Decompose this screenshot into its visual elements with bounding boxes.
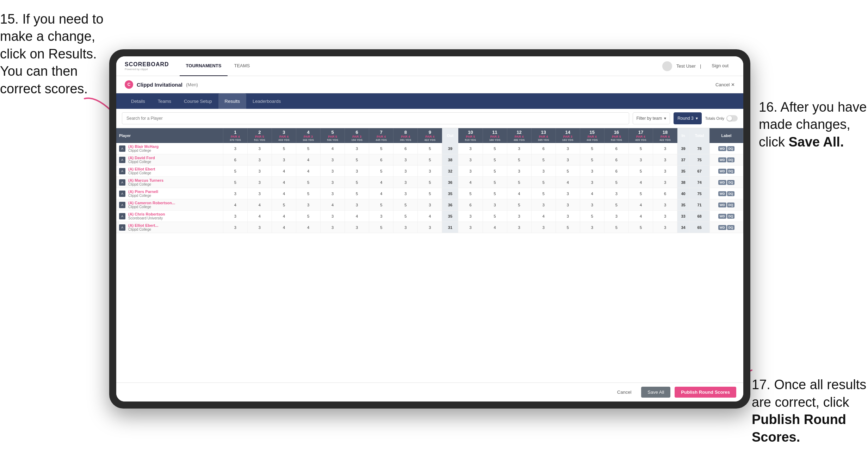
hole-12-score[interactable]: 5 [507, 177, 531, 188]
hole-11-score[interactable]: 5 [483, 143, 507, 154]
hole-17-score[interactable]: 5 [628, 188, 653, 199]
hole-12-score[interactable]: 4 [507, 188, 531, 199]
hole-17-score[interactable]: 5 [628, 166, 653, 177]
hole-18-score[interactable]: 3 [653, 211, 677, 222]
wd-button[interactable]: WD [718, 214, 726, 219]
wd-button[interactable]: WD [718, 203, 726, 207]
hole-17-score[interactable]: 5 [628, 143, 653, 154]
player-name[interactable]: (A) Marcus Turners [128, 178, 163, 182]
totals-only-toggle[interactable]: Totals Only [705, 115, 738, 122]
hole-4-score[interactable]: 3 [296, 199, 321, 211]
hole-16-score[interactable]: 5 [604, 177, 628, 188]
hole-3-score[interactable]: 5 [272, 199, 296, 211]
nav-link-tournaments[interactable]: TOURNAMENTS [180, 56, 228, 76]
player-name[interactable]: (A) David Ford [128, 156, 155, 160]
hole-8-score[interactable]: 5 [393, 211, 418, 222]
nav-link-teams[interactable]: TEAMS [228, 56, 256, 76]
hole-8-score[interactable]: 3 [393, 188, 418, 199]
wd-button[interactable]: WD [718, 225, 726, 230]
hole-1-score[interactable]: 3 [223, 143, 247, 154]
hole-11-score[interactable]: 5 [483, 188, 507, 199]
dq-button[interactable]: DQ [727, 214, 735, 219]
hole-15-score[interactable]: 5 [580, 143, 604, 154]
hole-12-score[interactable]: 3 [507, 222, 531, 233]
hole-8-score[interactable]: 3 [393, 154, 418, 166]
hole-13-score[interactable]: 6 [531, 143, 556, 154]
hole-5-score[interactable]: 3 [321, 222, 345, 233]
sign-out-link[interactable]: Sign out [705, 56, 735, 76]
hole-14-score[interactable]: 3 [556, 143, 580, 154]
hole-13-score[interactable]: 3 [531, 166, 556, 177]
hole-12-score[interactable]: 5 [507, 199, 531, 211]
player-name[interactable]: (A) Cameron Robertson... [128, 201, 175, 205]
hole-15-score[interactable]: 4 [580, 188, 604, 199]
hole-2-score[interactable]: 4 [247, 199, 272, 211]
dq-button[interactable]: DQ [727, 157, 735, 162]
hole-6-score[interactable]: 3 [345, 199, 369, 211]
dq-button[interactable]: DQ [727, 146, 735, 151]
hole-10-score[interactable]: 6 [458, 199, 483, 211]
dq-button[interactable]: DQ [727, 180, 735, 185]
tab-details[interactable]: Details [125, 93, 151, 109]
hole-14-score[interactable]: 3 [556, 188, 580, 199]
hole-6-score[interactable]: 3 [345, 166, 369, 177]
hole-11-score[interactable]: 4 [483, 222, 507, 233]
hole-3-score[interactable]: 4 [272, 222, 296, 233]
hole-13-score[interactable]: 5 [531, 188, 556, 199]
dq-button[interactable]: DQ [727, 203, 735, 207]
hole-10-score[interactable]: 3 [458, 211, 483, 222]
hole-11-score[interactable]: 5 [483, 177, 507, 188]
hole-3-score[interactable]: 4 [272, 166, 296, 177]
player-name[interactable]: (A) Elliot Ebert... [128, 223, 159, 228]
hole-9-score[interactable]: 5 [418, 154, 442, 166]
hole-5-score[interactable]: 3 [321, 211, 345, 222]
hole-15-score[interactable]: 3 [580, 166, 604, 177]
hole-14-score[interactable]: 5 [556, 166, 580, 177]
hole-4-score[interactable]: 5 [296, 211, 321, 222]
hole-15-score[interactable]: 3 [580, 199, 604, 211]
hole-13-score[interactable]: 4 [531, 211, 556, 222]
hole-8-score[interactable]: 3 [393, 222, 418, 233]
hole-10-score[interactable]: 3 [458, 154, 483, 166]
hole-11-score[interactable]: 3 [483, 199, 507, 211]
hole-3-score[interactable]: 4 [272, 177, 296, 188]
hole-17-score[interactable]: 4 [628, 211, 653, 222]
wd-button[interactable]: WD [718, 180, 726, 185]
hole-7-score[interactable]: 6 [369, 154, 393, 166]
hole-4-score[interactable]: 4 [296, 154, 321, 166]
hole-9-score[interactable]: 5 [418, 188, 442, 199]
hole-16-score[interactable]: 6 [604, 166, 628, 177]
hole-6-score[interactable]: 5 [345, 188, 369, 199]
hole-9-score[interactable]: 5 [418, 177, 442, 188]
hole-17-score[interactable]: 4 [628, 199, 653, 211]
hole-4-score[interactable]: 5 [296, 143, 321, 154]
hole-1-score[interactable]: 5 [223, 177, 247, 188]
hole-3-score[interactable]: 4 [272, 188, 296, 199]
hole-12-score[interactable]: 3 [507, 166, 531, 177]
hole-1-score[interactable]: 3 [223, 211, 247, 222]
search-input[interactable] [122, 112, 629, 124]
hole-10-score[interactable]: 5 [458, 188, 483, 199]
save-all-button[interactable]: Save All [641, 387, 670, 398]
hole-9-score[interactable]: 3 [418, 166, 442, 177]
wd-button[interactable]: WD [718, 146, 726, 151]
cancel-button[interactable]: Cancel [612, 387, 637, 398]
hole-4-score[interactable]: 5 [296, 177, 321, 188]
hole-14-score[interactable]: 4 [556, 177, 580, 188]
hole-18-score[interactable]: 3 [653, 154, 677, 166]
filter-team-dropdown[interactable]: Filter by team ▾ [633, 112, 670, 124]
hole-6-score[interactable]: 4 [345, 211, 369, 222]
player-name[interactable]: (A) Blair McHarg [128, 144, 159, 149]
hole-2-score[interactable]: 3 [247, 177, 272, 188]
hole-7-score[interactable]: 5 [369, 199, 393, 211]
hole-16-score[interactable]: 3 [604, 188, 628, 199]
dq-button[interactable]: DQ [727, 191, 735, 196]
hole-6-score[interactable]: 5 [345, 154, 369, 166]
hole-9-score[interactable]: 3 [418, 222, 442, 233]
hole-3-score[interactable]: 5 [272, 143, 296, 154]
hole-1-score[interactable]: 5 [223, 166, 247, 177]
hole-8-score[interactable]: 6 [393, 143, 418, 154]
hole-4-score[interactable]: 4 [296, 222, 321, 233]
hole-9-score[interactable]: 3 [418, 199, 442, 211]
hole-11-score[interactable]: 5 [483, 166, 507, 177]
